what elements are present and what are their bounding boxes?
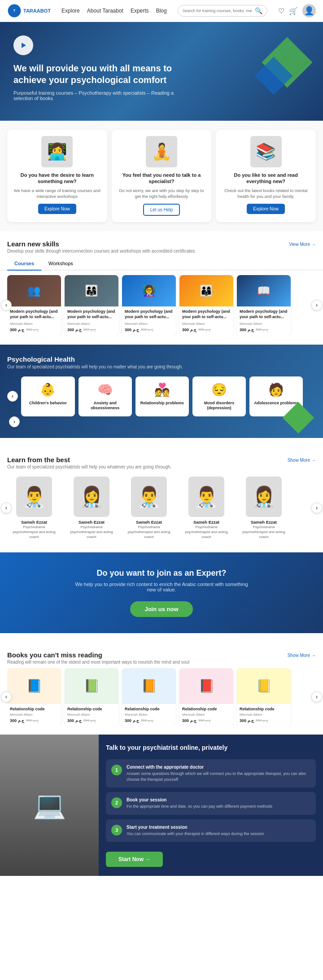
search-icon[interactable]: 🔍 [255,7,262,14]
book-info: Relationship code Mennah Allam ج.م 300 ج… [237,704,291,726]
course-price: ج.م 300 ج.م 550 [240,328,288,332]
book-card: 📕 Relationship code Mennah Allam ج.م 300… [179,668,233,726]
book-price-new: ج.م 300 [182,718,196,723]
experts-title: Learn from the best [7,456,171,464]
step-content: Start your treatment session You can com… [127,825,264,837]
nav-about[interactable]: About Taraabot [87,8,123,14]
user-avatar[interactable]: 👤 [302,4,316,18]
card-books-emoji: 📚 [256,142,276,161]
svg-text:T: T [13,9,16,13]
skills-section-header: Learn new skills Develop your skills thr… [0,231,323,257]
talk-title: Talk to your psychiatrist online, privat… [106,744,316,752]
book-author: Mennah Allam [125,713,173,717]
card-courses-btn[interactable]: Explore Now [38,204,76,214]
nav-blog[interactable]: Blog [156,8,167,14]
book-cover: 📕 [179,668,233,704]
cart-icon[interactable]: 🛒 [289,7,298,15]
book-price-new: ج.م 300 [125,718,139,723]
expert-name: Sameh Ezzat [126,520,172,525]
price-new: ج.م 300 [10,328,24,332]
join-expert-subtitle: We help you to provide rich content to e… [72,582,251,592]
psych-section: Psychological Health Our team of special… [0,345,323,438]
card-courses-desc: We have a wide range of training courses… [13,188,102,200]
course-thumbnail-img: 👨‍👩‍👧 [65,275,118,306]
psych-next-btn[interactable]: › [9,416,20,427]
psych-category-icon: 😔 [211,382,227,398]
card-books-btn[interactable]: Explore Now [247,204,285,214]
expert-card: 👨‍⚕️ Sameh Ezzat Psychodrama psychothera… [179,473,233,543]
book-price: ج.م 300 ج.م 550 [125,718,173,723]
card-therapy-desc: Do not worry, we are with you step by st… [117,188,206,200]
favorite-icon[interactable]: ♡ [278,7,284,15]
book-author: Mennah Allam [10,713,58,717]
course-price: ج.م 300 ج.م 550 [182,328,231,332]
card-books-desc: Check out the latest books related to me… [221,188,310,200]
card-therapy-image: 🧘 [146,136,177,167]
expert-role: Psychodrama psychotherapist and acting c… [11,525,57,540]
psych-title: Psychological Health [7,355,316,363]
logo[interactable]: T TARAABOT [7,4,51,18]
course-author: Mennah Allam [10,322,58,326]
talk-right-content: Talk to your psychiatrist online, privat… [99,735,323,876]
tab-courses[interactable]: Courses [7,257,41,271]
nav-explore[interactable]: Explore [61,8,80,14]
expert-name: Sameh Ezzat [11,520,57,525]
price-new: ج.م 300 [125,328,139,332]
psych-category-icon: 🧠 [97,382,113,398]
start-now-btn[interactable]: Start Now → [106,852,163,867]
join-us-now-btn[interactable]: Join us now [130,601,192,617]
psych-category-card[interactable]: 🧠 Anxiety and obsessiveness [79,376,132,416]
book-price-old: ج.م 550 [83,718,96,722]
join-expert-section: Do you want to join as an Expert? We hel… [0,552,323,633]
books-section-header: Books you can't miss reading Reading wil… [0,642,323,668]
tab-workshops[interactable]: Workshops [41,257,80,271]
hero-content: We will provide you with all means to ac… [13,35,175,101]
psych-category-card[interactable]: 👶 Children's behavior [21,376,74,416]
expert-card: 👩‍⚕️ Sameh Ezzat Psychodrama psychothera… [237,473,291,543]
course-author: Mennah Allam [240,322,288,326]
course-thumbnail: 👩‍🏫 [122,275,176,306]
expert-name: Sameh Ezzat [240,520,287,525]
experts-next-btn[interactable]: › [311,503,322,513]
card-therapy-btn[interactable]: Let us Help [143,204,180,216]
courses-next-btn[interactable]: › [311,300,322,311]
talk-step: 2 Book your session Fix the appropriate … [106,792,316,815]
books-prev-btn[interactable]: ‹ [1,691,12,702]
price-old: ج.م 550 [256,328,268,332]
book-price: ج.م 300 ج.م 550 [67,718,116,723]
psych-category-card[interactable]: 😔 Mood disorders (depression) [192,376,246,416]
books-next-btn[interactable]: › [311,691,322,702]
expert-photo-emoji: 👩‍⚕️ [252,485,276,508]
course-title: Modern psychology (and your path to self… [240,309,288,319]
psych-category-icon: 👶 [40,382,56,398]
card-courses-image: 👩‍💻 [41,136,73,167]
book-cover: 📙 [122,668,176,704]
book-price-old: ج.م 550 [256,718,268,722]
experts-show-more[interactable]: Show More → [288,458,316,463]
nav-experts[interactable]: Experts [131,8,149,14]
talk-image-emoji: 💻 [33,789,66,821]
step-number: 3 [111,825,122,836]
book-info: Relationship code Mennah Allam ج.م 300 ج… [179,704,233,726]
play-button[interactable] [13,35,33,55]
search-bar[interactable]: 🔍 [178,5,267,17]
skills-view-more[interactable]: View More → [289,242,316,247]
course-title: Modern psychology (and your path to self… [125,309,173,319]
search-input[interactable] [183,9,252,13]
talk-left-image: 💻 [0,735,99,876]
book-price-new: ج.م 300 [240,718,254,723]
psych-category-label: Mood disorders (depression) [196,401,242,411]
play-icon [20,42,27,49]
books-show-more[interactable]: Show More → [288,653,316,658]
courses-prev-btn[interactable]: ‹ [1,300,12,311]
course-info: Modern psychology (and your path to self… [65,306,118,335]
experts-prev-btn[interactable]: ‹ [1,503,12,513]
psych-category-card[interactable]: 💑 Relationship problems [135,376,189,416]
talk-step: 3 Start your treatment session You can c… [106,819,316,842]
book-title: Relationship code [182,707,231,711]
psych-prev-btn[interactable]: ‹ [7,391,18,402]
card-books-image: 📚 [250,136,282,167]
price-old: ج.م 550 [198,328,211,332]
expert-card: 👨‍⚕️ Sameh Ezzat Psychodrama psychothera… [122,473,176,543]
card-therapy-title: You feel that you need to talk to a spec… [117,172,206,185]
